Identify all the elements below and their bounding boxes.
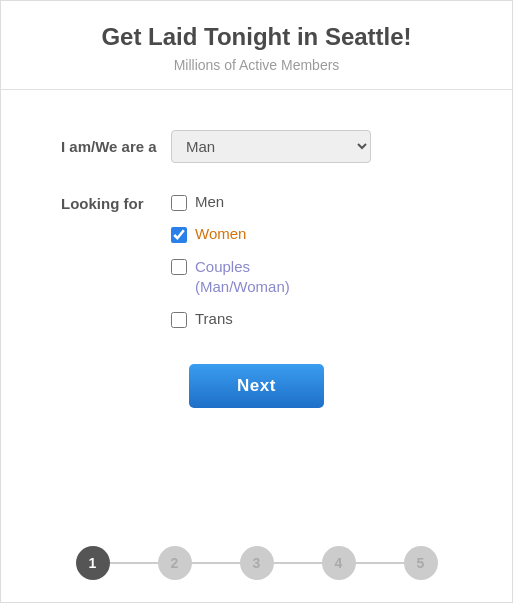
checkbox-men-item: Men [171,193,290,211]
looking-for-row: Looking for Men Women Couples(Man/Woman)… [61,193,452,328]
identity-label: I am/We are a [61,138,171,155]
page-subtitle: Millions of Active Members [21,57,492,73]
checkbox-couples[interactable] [171,259,187,275]
step-line-4 [356,562,404,564]
checkbox-women[interactable] [171,227,187,243]
checkbox-couples-label[interactable]: Couples(Man/Woman) [195,257,290,296]
step-4: 4 [322,546,356,580]
card-header: Get Laid Tonight in Seattle! Millions of… [1,1,512,90]
step-line-3 [274,562,322,564]
card-body: I am/We are a Man Woman Couple (Man/Woma… [1,90,512,528]
checkbox-trans-item: Trans [171,310,290,328]
looking-for-label: Looking for [61,193,171,212]
checkbox-couples-item: Couples(Man/Woman) [171,257,290,296]
checkbox-women-item: Women [171,225,290,243]
steps-container: 1 2 3 4 5 [76,546,438,580]
identity-select[interactable]: Man Woman Couple (Man/Woman) Couple (Wom… [171,130,371,163]
next-button[interactable]: Next [189,364,324,408]
checkbox-men-label[interactable]: Men [195,193,224,210]
step-2: 2 [158,546,192,580]
step-5: 5 [404,546,438,580]
checkbox-trans[interactable] [171,312,187,328]
checkbox-trans-label[interactable]: Trans [195,310,233,327]
card-footer: 1 2 3 4 5 [1,528,512,602]
step-1: 1 [76,546,110,580]
next-button-row: Next [61,364,452,408]
page-title: Get Laid Tonight in Seattle! [21,23,492,51]
step-line-1 [110,562,158,564]
checkboxes-group: Men Women Couples(Man/Woman) Trans [171,193,290,328]
identity-row: I am/We are a Man Woman Couple (Man/Woma… [61,130,452,163]
checkbox-women-label[interactable]: Women [195,225,246,242]
main-card: Get Laid Tonight in Seattle! Millions of… [0,0,513,603]
checkbox-men[interactable] [171,195,187,211]
step-line-2 [192,562,240,564]
step-3: 3 [240,546,274,580]
